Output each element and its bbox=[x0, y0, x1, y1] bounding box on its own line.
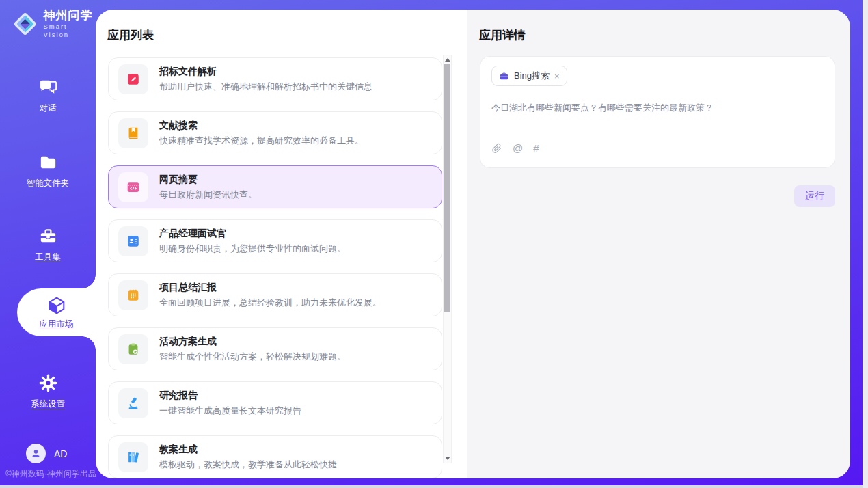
books-icon bbox=[126, 450, 141, 465]
app-card-title: 文献搜索 bbox=[159, 120, 364, 132]
app-card-title: 教案生成 bbox=[159, 444, 337, 456]
app-card-desc: 一键智能生成高质量长文本研究报告 bbox=[159, 405, 301, 417]
app-card-list: 招标文件解析 帮助用户快速、准确地理解和解析招标书中的关键信息 文献搜索 快速精… bbox=[108, 57, 442, 478]
sidebar-item-label: 应用市场 bbox=[40, 318, 74, 330]
chat-icon bbox=[38, 77, 59, 98]
resume-icon bbox=[126, 234, 141, 249]
app-detail-title: 应用详情 bbox=[479, 27, 526, 43]
person-icon bbox=[30, 448, 42, 459]
app-card-title: 招标文件解析 bbox=[159, 66, 372, 78]
gear-icon bbox=[38, 372, 59, 394]
attachment-toolbar: @ # bbox=[491, 142, 824, 154]
cube-icon bbox=[46, 295, 67, 316]
diamond-logo-icon bbox=[11, 10, 39, 38]
tool-tag-bing-search[interactable]: Bing搜索 × bbox=[491, 66, 567, 86]
at-mention-icon[interactable]: @ bbox=[513, 142, 523, 154]
run-button[interactable]: 运行 bbox=[794, 185, 835, 207]
app-icon-tile bbox=[118, 280, 148, 310]
app-icon-tile bbox=[118, 172, 148, 202]
app-card-project-summary[interactable]: 项目总结汇报 全面回顾项目进展，总结经验教训，助力未来优化发展。 bbox=[108, 273, 442, 316]
avatar bbox=[26, 444, 46, 463]
scrollbar-up-arrow-icon[interactable] bbox=[445, 58, 450, 62]
app-card-lesson-plan[interactable]: 教案生成 模板驱动，教案快成，教学准备从此轻松快捷 bbox=[108, 435, 442, 478]
app-list-pane: 应用列表 招标文件解析 帮助用户快速、准确地理解和解析招标书中的关键信息 bbox=[96, 10, 467, 478]
main-panel: 应用列表 招标文件解析 帮助用户快速、准确地理解和解析招标书中的关键信息 bbox=[96, 10, 850, 478]
app-card-title: 活动方案生成 bbox=[159, 336, 346, 348]
brand-logo: 神州问学 Smart Vision bbox=[11, 9, 96, 39]
sidebar-item-settings[interactable]: 系统设置 bbox=[0, 372, 96, 410]
sidebar-item-app-market[interactable]: 应用市场 bbox=[17, 288, 96, 336]
sidebar-item-toolset[interactable]: 工具集 bbox=[0, 226, 96, 263]
app-card-desc: 每日政府新闻资讯快查。 bbox=[159, 189, 257, 201]
briefcase-icon bbox=[499, 71, 509, 81]
folder-icon bbox=[38, 152, 59, 173]
sidebar-item-smart-folder[interactable]: 智能文件夹 bbox=[0, 152, 96, 189]
sidebar-item-label: 工具集 bbox=[35, 252, 61, 263]
hash-tag-icon[interactable]: # bbox=[533, 142, 539, 154]
app-card-desc: 全面回顾项目进展，总结经验教训，助力未来优化发展。 bbox=[159, 297, 381, 309]
app-card-title: 项目总结汇报 bbox=[159, 282, 381, 294]
prompt-card: Bing搜索 × 今日湖北有哪些新闻要点？有哪些需要关注的最新政策？ @ # bbox=[480, 56, 835, 168]
app-list-title: 应用列表 bbox=[107, 27, 154, 43]
microscope-icon bbox=[126, 396, 141, 411]
tag-close-icon[interactable]: × bbox=[554, 72, 560, 81]
page-bottom-edge bbox=[0, 485, 863, 488]
paperclip-icon[interactable] bbox=[491, 143, 502, 154]
app-card-web-summary[interactable]: 网页摘要 每日政府新闻资讯快查。 bbox=[108, 165, 442, 208]
app-card-title: 产品经理面试官 bbox=[159, 228, 346, 240]
app-card-research-report[interactable]: 研究报告 一键智能生成高质量长文本研究报告 bbox=[108, 381, 442, 424]
sidebar-item-label: 系统设置 bbox=[31, 398, 65, 410]
app-card-desc: 模板驱动，教案快成，教学准备从此轻松快捷 bbox=[159, 459, 337, 471]
brand-name: 神州问学 bbox=[43, 9, 96, 23]
sidebar-item-chat[interactable]: 对话 bbox=[0, 77, 96, 114]
app-card-desc: 快速精准查找学术资源，提高研究效率的必备工具。 bbox=[159, 135, 364, 147]
app-card-event-plan[interactable]: 活动方案生成 智能生成个性化活动方案，轻松解决规划难题。 bbox=[108, 327, 442, 370]
user-name: AD bbox=[54, 448, 67, 459]
sidebar-item-label: 智能文件夹 bbox=[27, 178, 70, 189]
toolbox-icon bbox=[38, 226, 59, 247]
app-card-title: 研究报告 bbox=[159, 390, 301, 402]
tool-tag-label: Bing搜索 bbox=[514, 70, 550, 82]
app-icon-tile bbox=[118, 388, 148, 418]
clipboard-check-icon bbox=[126, 342, 141, 357]
list-scrollbar[interactable] bbox=[443, 55, 452, 463]
notepad-icon bbox=[126, 288, 141, 303]
app-card-bid-analysis[interactable]: 招标文件解析 帮助用户快速、准确地理解和解析招标书中的关键信息 bbox=[108, 57, 442, 100]
app-card-title: 网页摘要 bbox=[159, 174, 257, 186]
app-detail-pane: 应用详情 Bing搜索 × 今日湖北有哪些新闻要点？有哪些需要关注的最新政策？ … bbox=[467, 10, 850, 478]
scrollbar-down-arrow-icon[interactable] bbox=[445, 457, 450, 460]
app-card-desc: 明确身份和职责，为您提供专业性的面试问题。 bbox=[159, 243, 346, 255]
app-icon-tile bbox=[118, 334, 148, 364]
app-icon-tile bbox=[118, 64, 148, 94]
user-account[interactable]: AD bbox=[26, 444, 67, 463]
copyright-text: ©神州数码·神州问学出品 bbox=[5, 468, 96, 480]
book-icon bbox=[126, 126, 141, 141]
scrollbar-thumb[interactable] bbox=[444, 64, 450, 312]
doc-edit-icon bbox=[126, 72, 141, 87]
app-icon-tile bbox=[118, 118, 148, 148]
app-card-desc: 帮助用户快速、准确地理解和解析招标书中的关键信息 bbox=[159, 81, 372, 93]
browser-code-icon bbox=[126, 180, 141, 195]
prompt-input[interactable]: 今日湖北有哪些新闻要点？有哪些需要关注的最新政策？ bbox=[491, 101, 824, 141]
app-card-pm-interviewer[interactable]: 产品经理面试官 明确身份和职责，为您提供专业性的面试问题。 bbox=[108, 219, 442, 262]
sidebar-item-label: 对话 bbox=[40, 103, 57, 114]
page-scrollbar[interactable] bbox=[863, 0, 868, 488]
app-card-literature-search[interactable]: 文献搜索 快速精准查找学术资源，提高研究效率的必备工具。 bbox=[108, 111, 442, 154]
brand-tagline: Smart Vision bbox=[43, 23, 96, 39]
app-icon-tile bbox=[118, 442, 148, 472]
app-icon-tile bbox=[118, 226, 148, 256]
sidebar: 神州问学 Smart Vision 对话 智能文件夹 工具集 bbox=[0, 0, 96, 488]
app-card-desc: 智能生成个性化活动方案，轻松解决规划难题。 bbox=[159, 351, 346, 363]
